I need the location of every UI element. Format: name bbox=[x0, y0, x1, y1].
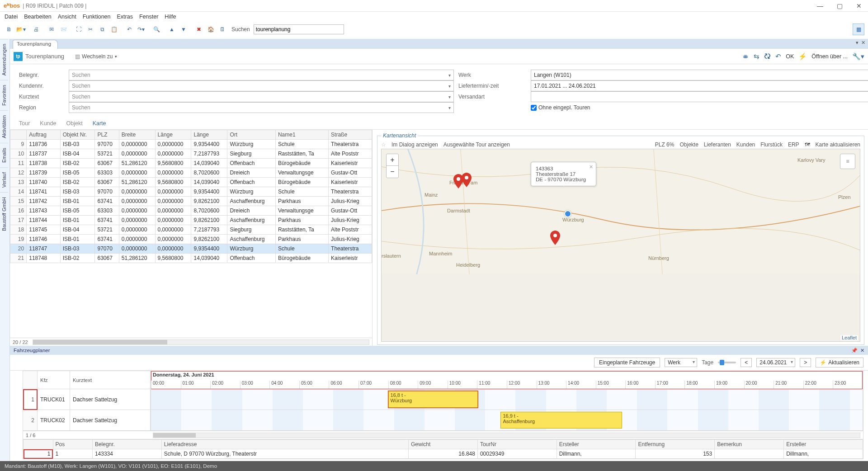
combo-werk[interactable]: Langen (W101) bbox=[531, 70, 868, 80]
subtab-tour[interactable]: Tour bbox=[19, 120, 30, 129]
menu-item-funktionen[interactable]: Funktionen bbox=[83, 14, 111, 20]
combo-versandart[interactable] bbox=[531, 91, 868, 102]
layers-control[interactable]: ≡ bbox=[840, 154, 855, 169]
subtab-kunde[interactable]: Kunde bbox=[40, 120, 56, 129]
grid-header[interactable]: Auftrag bbox=[27, 130, 61, 140]
new-icon[interactable]: 🗎 bbox=[4, 24, 14, 35]
minimize-button[interactable]: — bbox=[814, 1, 826, 10]
table-row[interactable]: 19118746ISB-01637410,00000000,00000009,8… bbox=[10, 235, 372, 244]
date-next-button[interactable]: > bbox=[800, 358, 811, 367]
combo-liefertermin[interactable]: 17.01.2021 ... 24.06.2021 bbox=[531, 80, 868, 91]
gantt-hscrollbar[interactable] bbox=[153, 433, 860, 438]
table-row[interactable]: 18118745ISB-04537210,00000000,00000007,2… bbox=[10, 225, 372, 235]
deselect-icon[interactable]: ⛶ bbox=[73, 24, 84, 35]
detail-header[interactable]: TourNr bbox=[477, 440, 557, 449]
refresh-icon[interactable]: 🗘 bbox=[764, 52, 771, 60]
dock-close-icon[interactable]: ✕ bbox=[861, 40, 865, 46]
ok-button[interactable]: OK bbox=[786, 53, 794, 60]
map-marker-red[interactable] bbox=[461, 173, 472, 187]
sidebar-tab-verlauf[interactable]: Verlauf bbox=[0, 167, 8, 192]
table-row[interactable]: 11118738ISB-026306751,2861209,568080014,… bbox=[10, 159, 372, 168]
grid-header[interactable]: Name1 bbox=[275, 130, 328, 140]
planned-vehicles-button[interactable]: Eingeplante Fahrzeuge bbox=[594, 358, 660, 367]
grid-header[interactable]: Objekt Nr. bbox=[60, 130, 95, 140]
detail-header[interactable]: Pos bbox=[53, 440, 92, 449]
sidebar-tab-favoriten[interactable]: Favoriten bbox=[0, 80, 8, 110]
menu-item-datei[interactable]: Datei bbox=[5, 14, 18, 20]
tage-slider[interactable] bbox=[718, 362, 736, 363]
switch-to-dropdown[interactable]: ▥ Wechseln zu ▾ bbox=[75, 53, 117, 60]
map-canvas[interactable]: + − ≡ Frankfurt am Mainz Darmstadt Würzb… bbox=[381, 149, 860, 342]
map-marker-blue[interactable] bbox=[564, 210, 571, 217]
checkbox-input[interactable] bbox=[531, 105, 537, 111]
layout-toggle-icon[interactable]: ▦ bbox=[853, 24, 864, 35]
undo-arrow-icon[interactable]: ↶ bbox=[775, 52, 781, 61]
table-row[interactable]: 17118744ISB-01637410,00000000,00000009,8… bbox=[10, 216, 372, 225]
pin-icon[interactable]: 📌 bbox=[851, 348, 858, 353]
detail-header[interactable]: Gewicht bbox=[409, 440, 478, 449]
gantt-bar[interactable]: 16,9 t -Aschaffenburg bbox=[500, 412, 622, 429]
gantt-timeline-row[interactable]: 16,9 t -Aschaffenburg bbox=[151, 410, 863, 431]
home-icon[interactable]: 🏠 bbox=[205, 24, 216, 35]
zoom-out-button[interactable]: − bbox=[387, 166, 398, 178]
map-action[interactable]: ERP bbox=[788, 141, 799, 148]
date-prev-button[interactable]: < bbox=[741, 358, 752, 367]
gear-dropdown-icon[interactable]: 🔧▾ bbox=[852, 52, 864, 61]
table-row[interactable]: 16118743ISB-05633030,00000000,00000008,7… bbox=[10, 206, 372, 216]
table-row[interactable]: 12118739ISB-05633030,00000000,00000008,7… bbox=[10, 168, 372, 178]
leaflet-attribution[interactable]: Leaflet bbox=[840, 335, 858, 340]
detail-row[interactable]: 11143334Schule, D 97070 Würzburg, Theate… bbox=[24, 449, 863, 459]
undo-icon[interactable]: ↶ bbox=[124, 24, 135, 35]
grid-header[interactable]: PLZ bbox=[95, 130, 119, 140]
calendar-icon[interactable]: 🗓 bbox=[217, 24, 228, 35]
mail-icon[interactable]: ✉ bbox=[46, 24, 57, 35]
cut-icon[interactable]: ✂ bbox=[85, 24, 96, 35]
search-input[interactable] bbox=[254, 24, 344, 34]
tool-icon-2[interactable]: ⇆ bbox=[754, 52, 760, 61]
grid-hscrollbar[interactable] bbox=[33, 339, 369, 345]
werk-dropdown[interactable]: Werk bbox=[665, 358, 697, 367]
star-icon[interactable]: ☆ bbox=[381, 141, 386, 148]
panel-close-icon[interactable]: ✕ bbox=[860, 348, 864, 353]
subtab-objekt[interactable]: Objekt bbox=[66, 120, 82, 129]
gantt-row[interactable]: 2TRUCK02Dachser Sattelzug bbox=[23, 410, 151, 431]
bolt-icon[interactable]: ⚡ bbox=[798, 52, 807, 61]
popup-close-icon[interactable]: ✕ bbox=[589, 164, 593, 170]
dock-dropdown-icon[interactable]: ▾ bbox=[856, 40, 859, 46]
map-action[interactable]: Karte aktualisieren bbox=[816, 141, 860, 148]
combo-region[interactable]: Suchen bbox=[69, 102, 454, 113]
mail-send-icon[interactable]: 📨 bbox=[58, 24, 69, 35]
open-folder-icon[interactable]: 📂▾ bbox=[15, 24, 26, 35]
menu-item-ansicht[interactable]: Ansicht bbox=[58, 14, 76, 20]
checkbox-ohne-eingepl[interactable]: Ohne eingepl. Touren bbox=[531, 104, 868, 111]
grid-header[interactable]: Straße bbox=[329, 130, 372, 140]
detail-header[interactable]: Ersteller bbox=[557, 440, 636, 449]
table-row[interactable]: 20118747ISB-03970700,00000000,00000009,9… bbox=[10, 244, 372, 254]
close-button[interactable]: ✕ bbox=[854, 1, 864, 10]
paste-icon[interactable]: 📋 bbox=[108, 24, 119, 35]
grid-header[interactable]: Länge bbox=[155, 130, 191, 140]
zoom-in-button[interactable]: + bbox=[387, 154, 398, 166]
map-action[interactable]: Objekte bbox=[679, 141, 698, 148]
map-action[interactable]: PLZ 6% bbox=[655, 141, 675, 148]
gantt-timeline-row[interactable]: 16,8 t -Würzburg bbox=[151, 389, 863, 410]
planner-detail-grid[interactable]: PosBelegnr.LieferadresseGewichtTourNrErs… bbox=[23, 439, 863, 459]
date-picker[interactable]: 24.06.2021 bbox=[756, 358, 795, 367]
table-row[interactable]: 15118742ISB-01637410,00000000,00000009,8… bbox=[10, 197, 372, 206]
grid-header[interactable]: Breite bbox=[119, 130, 155, 140]
detail-header[interactable]: Ersteller bbox=[784, 440, 863, 449]
menu-item-extras[interactable]: Extras bbox=[117, 14, 133, 20]
delete-icon[interactable]: ✖ bbox=[193, 24, 204, 35]
map-action[interactable]: Kunden bbox=[736, 141, 755, 148]
menu-item-hilfe[interactable]: Hilfe bbox=[165, 14, 176, 20]
redo-icon[interactable]: ↷▾ bbox=[136, 24, 146, 35]
map-action[interactable]: Lieferanten bbox=[704, 141, 731, 148]
orders-grid[interactable]: AuftragObjekt Nr.PLZBreiteLängeLängeOrtN… bbox=[10, 130, 372, 338]
table-row[interactable]: 10118737ISB-04537210,00000000,00000007,2… bbox=[10, 149, 372, 159]
grid-header[interactable] bbox=[10, 130, 27, 140]
menu-item-fenster[interactable]: Fenster bbox=[139, 14, 158, 20]
combo-kundennr[interactable]: Suchen bbox=[69, 80, 454, 91]
grid-header[interactable]: Ort bbox=[227, 130, 276, 140]
detail-header[interactable]: Bemerkun bbox=[715, 440, 784, 449]
up-icon[interactable]: ▲ bbox=[166, 24, 177, 35]
